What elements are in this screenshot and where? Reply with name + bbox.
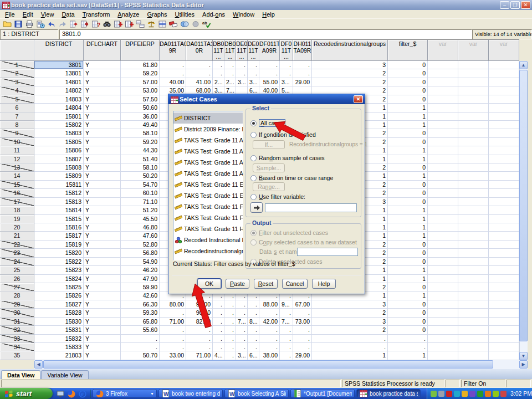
variable-item[interactable]: TAKS Test: Grade 11 F... [173, 201, 243, 212]
row-number[interactable]: 22 [0, 241, 34, 249]
select-cases-icon[interactable] [157, 19, 167, 29]
cell[interactable]: . [186, 343, 213, 351]
cell[interactable]: 15809 [34, 172, 84, 180]
cell[interactable]: 46.80 [121, 223, 160, 232]
insert-cases-icon[interactable] [112, 19, 123, 29]
cell[interactable] [489, 223, 519, 232]
cell[interactable]: 46.20 [121, 266, 160, 274]
cell[interactable]: 59.30 [121, 309, 160, 317]
cell[interactable]: 15826 [34, 291, 84, 300]
cell[interactable] [458, 129, 489, 137]
variable-item[interactable]: TAKS Test: Grade 11 A... [173, 135, 243, 146]
cell[interactable]: Y [84, 241, 121, 249]
cell[interactable]: Y [84, 198, 121, 206]
cell[interactable]: 0 [388, 86, 428, 95]
variable-item[interactable]: TAKS Test: Grade 11 A... [173, 168, 243, 179]
cell[interactable]: Y [84, 69, 121, 78]
cell[interactable]: 15824 [34, 275, 84, 283]
cell[interactable] [458, 189, 489, 197]
column-header-de011t[interactable]: DE011T... [248, 40, 259, 61]
cell[interactable] [428, 275, 458, 283]
cell[interactable]: . [224, 69, 236, 78]
undo-icon[interactable] [46, 19, 57, 29]
cell[interactable]: 3 [312, 318, 388, 326]
row-number[interactable]: 25 [0, 266, 34, 274]
cell[interactable] [489, 318, 519, 326]
cell[interactable] [458, 258, 489, 266]
cell[interactable] [489, 129, 519, 137]
row-number[interactable]: 13 [0, 163, 34, 172]
row-number[interactable]: 1 [0, 61, 34, 69]
cell[interactable]: . [248, 69, 259, 78]
cell[interactable]: Y [84, 291, 121, 300]
menu-help[interactable]: Help [258, 11, 279, 18]
cell[interactable] [458, 215, 489, 223]
cell[interactable]: 8... [248, 318, 259, 326]
cell[interactable]: . [213, 309, 224, 317]
cell[interactable] [428, 223, 458, 232]
cell[interactable] [428, 351, 458, 360]
scroll-right-icon[interactable]: ▶ [519, 360, 528, 369]
cell[interactable]: . [293, 69, 312, 78]
cell[interactable]: Y [84, 181, 121, 189]
cell[interactable]: . [312, 343, 388, 351]
row-number[interactable]: 16 [0, 189, 34, 197]
tray-icon[interactable] [500, 391, 507, 397]
cell[interactable]: 0 [388, 163, 428, 172]
tray-icon[interactable] [469, 391, 475, 397]
cell[interactable] [458, 326, 489, 334]
cell[interactable]: 55.60 [121, 326, 160, 334]
cell[interactable] [428, 291, 458, 300]
cell[interactable] [428, 326, 458, 334]
cell[interactable]: 1 [388, 232, 428, 240]
cell[interactable]: 15814 [34, 206, 84, 214]
cell[interactable]: Y [84, 104, 121, 112]
scroll-up-icon[interactable]: ▲ [519, 61, 528, 69]
cell[interactable]: 73.00 [293, 318, 312, 326]
cell[interactable]: 4... [213, 351, 224, 360]
cell[interactable]: . [224, 343, 236, 351]
cell[interactable]: . [259, 309, 280, 317]
cell[interactable] [428, 95, 458, 104]
cell[interactable] [489, 104, 519, 112]
cell[interactable] [489, 241, 519, 249]
cell[interactable]: 82.00 [186, 318, 213, 326]
cell[interactable]: 44.30 [121, 146, 160, 155]
cell[interactable]: . [259, 326, 280, 334]
cell[interactable]: . [213, 318, 224, 326]
cell[interactable]: 0 [388, 318, 428, 326]
cell[interactable]: 1 [312, 351, 388, 360]
cell[interactable] [458, 95, 489, 104]
cell[interactable]: 15831 [34, 326, 84, 334]
cell[interactable]: 15828 [34, 309, 84, 317]
minimize-button[interactable]: – [500, 1, 509, 9]
cell[interactable]: 66.30 [121, 300, 160, 309]
row-number[interactable]: 8 [0, 121, 34, 129]
cell[interactable]: 7... [236, 318, 248, 326]
cell[interactable]: 15820 [34, 249, 84, 257]
cell[interactable]: 0 [388, 283, 428, 291]
variable-item[interactable]: Recoded Instructional E... [173, 234, 243, 245]
cell[interactable]: 14804 [34, 104, 84, 112]
taskbar-task[interactable]: Wbook two entering da... [158, 389, 223, 398]
menu-file[interactable]: File [1, 11, 19, 18]
vertical-scroll-thumb[interactable] [519, 70, 528, 341]
cell[interactable]: . [280, 335, 293, 343]
cell[interactable]: 15803 [34, 129, 84, 137]
taskbar-task[interactable]: Wbook Selecting A Singl... [224, 389, 289, 398]
cell[interactable]: 2 [312, 309, 388, 317]
tray-icon[interactable] [446, 391, 452, 397]
cell[interactable]: 0 [388, 61, 428, 69]
cell[interactable]: Y [84, 300, 121, 309]
cell[interactable] [428, 215, 458, 223]
cell[interactable] [458, 163, 489, 172]
cell[interactable]: 15819 [34, 241, 84, 249]
cell[interactable]: Y [84, 78, 121, 86]
cell[interactable]: 47.60 [121, 232, 160, 240]
cell[interactable]: 51.40 [121, 155, 160, 163]
cell[interactable] [489, 163, 519, 172]
row-number[interactable]: 2 [0, 69, 34, 78]
cell[interactable] [458, 104, 489, 112]
cell[interactable]: 7... [280, 318, 293, 326]
cell[interactable] [428, 181, 458, 189]
